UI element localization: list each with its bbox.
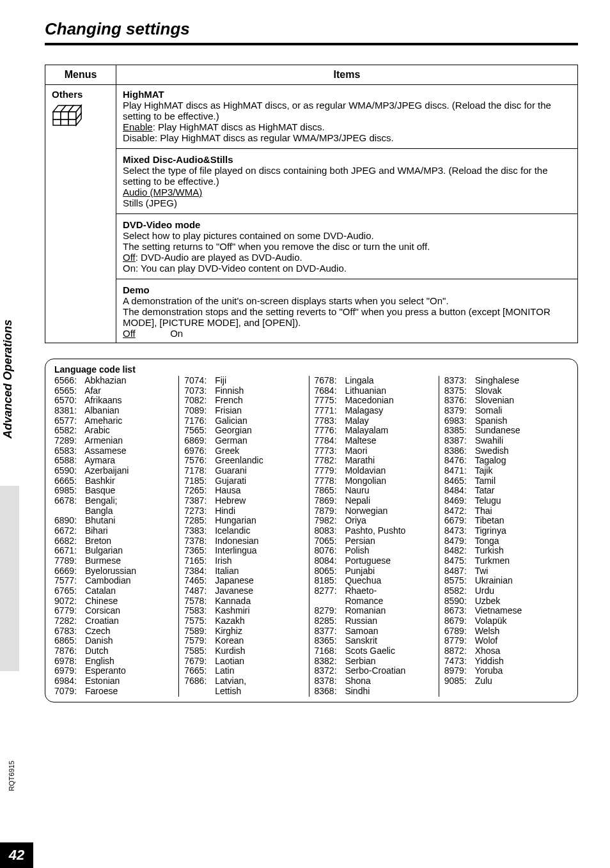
lang-entry: 6588: Aymara — [54, 456, 173, 466]
lang-name: Esperanto — [85, 665, 126, 676]
lang-entry: 8368: Sindhi — [315, 686, 434, 697]
demo-section: Demo A demonstration of the unit's on-sc… — [123, 284, 571, 339]
highmat-title: HighMAT — [123, 89, 164, 100]
lang-name: Cambodian — [85, 575, 131, 585]
lang-entry: 7282: Croatian — [54, 616, 173, 626]
lang-name: Hungarian — [215, 515, 256, 525]
lang-name: Burmese — [85, 555, 121, 566]
demo-title: Demo — [123, 284, 150, 295]
lang-code: 7577: — [54, 576, 82, 586]
lang-code: 8387: — [444, 436, 473, 446]
menus-label: Others — [52, 89, 109, 100]
lang-entry: 6570: Afrikaans — [54, 396, 173, 406]
lang-name: Galician — [215, 415, 247, 426]
dvd-title: DVD-Video mode — [123, 219, 200, 230]
lang-name: Maltese — [345, 435, 376, 446]
lang-name: Rhaeto- — [345, 585, 377, 596]
lang-entry: 7265: Hausa — [184, 486, 303, 496]
lang-code: 8368: — [315, 686, 343, 697]
lang-code: 8484: — [444, 486, 473, 496]
lang-name: Romance — [345, 596, 383, 606]
lang-name: Slovenian — [475, 395, 515, 405]
lang-code: 8373: — [444, 376, 473, 386]
lang-code: 8365: — [315, 636, 343, 646]
lang-entry: 7982: Oriya — [315, 516, 434, 526]
lang-name: Thai — [474, 506, 492, 516]
lang-name: Bengali; — [85, 495, 118, 506]
lang-name: Vietnamese — [475, 605, 522, 616]
lang-name: Sanskrit — [345, 635, 377, 646]
lang-entry: 8471: Tajik — [444, 466, 563, 476]
lang-code: 8381: — [54, 406, 82, 416]
lang-entry: 8083: Pashto, Pushto — [315, 526, 434, 536]
lang-entry: 7165: Irish — [184, 556, 303, 566]
lang-code: 7285: — [184, 516, 212, 526]
lang-entry: 6765: Catalan — [54, 586, 173, 596]
lang-entry: 6679: Tibetan — [444, 516, 563, 526]
lang-code: 7876: — [54, 646, 82, 656]
lang-code: 8185: — [315, 576, 343, 586]
lang-code: 7168: — [315, 646, 343, 656]
lang-entry: 9085: Zulu — [444, 676, 563, 686]
lang-code: 8473: — [444, 526, 473, 536]
lang-name: Tatar — [474, 485, 494, 495]
lang-entry: 7865: Nauru — [315, 486, 434, 496]
lang-entry: 6582: Arabic — [54, 426, 173, 436]
lang-name: Gujarati — [215, 476, 246, 486]
lang-code: 8673: — [444, 606, 473, 616]
lang-entry: 7665: Latin — [184, 666, 303, 676]
lang-name: Malayalam — [345, 425, 388, 435]
lang-entry: 6672: Bihari — [54, 526, 173, 536]
lang-name: Scots Gaelic — [345, 646, 395, 656]
dvd-on-text: On: You can play DVD-Video content on DV… — [123, 263, 347, 274]
lang-entry: 7879: Norwegian — [315, 506, 434, 516]
lang-code: 8582: — [444, 586, 473, 596]
lang-name: Laotian — [215, 656, 244, 666]
mixed-title: Mixed Disc-Audio&Stills — [123, 154, 233, 165]
lang-name: Assamese — [84, 446, 126, 456]
lang-code: 6682: — [54, 536, 82, 546]
lang-entry: 8590: Uzbek — [444, 596, 563, 607]
lang-code: 8277: — [315, 586, 343, 596]
lang-entry: 6779: Corsican — [54, 606, 173, 616]
lang-entry: 6671: Bulgarian — [54, 546, 173, 556]
lang-entry: 7776: Malayalam — [315, 426, 434, 436]
lang-code: 6678: — [54, 496, 82, 506]
lang-code: 8476: — [444, 456, 473, 466]
lang-code: 6869: — [184, 436, 212, 446]
lang-name: Dutch — [85, 646, 109, 656]
lang-entry: 7684: Lithuanian — [315, 386, 434, 396]
lang-code: 6583: — [54, 446, 82, 456]
cube-icon — [52, 104, 82, 127]
lang-entry: 7876: Dutch — [54, 646, 173, 656]
lang-name: Bashkir — [85, 476, 115, 486]
lang-entry: 7074: Fiji — [184, 376, 303, 386]
lang-entry: 6983: Spanish — [444, 416, 563, 426]
lang-name: Kazakh — [215, 616, 245, 626]
lang-name: Tajik — [474, 465, 492, 476]
lang-entry: 6583: Assamese — [54, 446, 173, 456]
lang-name: Interlingua — [215, 545, 256, 555]
lang-code: 7073: — [184, 386, 212, 396]
lang-code: 7265: — [184, 486, 212, 496]
lang-code: 7165: — [184, 556, 212, 566]
lang-entry: 7082: French — [184, 396, 303, 406]
lang-name: Sundanese — [475, 425, 520, 435]
lang-entry: 7073: Finnish — [184, 386, 303, 396]
lang-code: 7487: — [184, 586, 212, 596]
lang-code: 7783: — [315, 416, 343, 426]
lang-code: 6978: — [54, 656, 82, 667]
highmat-enable-label: Enable — [123, 121, 153, 132]
lang-name: Abkhazian — [84, 375, 126, 385]
lang-entry: 6577: Ameharic — [54, 416, 173, 426]
lang-name: Turkish — [474, 545, 503, 555]
lang-entry: 6869: German — [184, 436, 303, 446]
lang-entry: 7289: Armenian — [54, 436, 173, 446]
lang-name: Wolof — [475, 635, 498, 646]
lang-entry: 6682: Breton — [54, 536, 173, 546]
lang-entry: 8479: Tonga — [444, 536, 563, 546]
lang-code: 8979: — [444, 666, 473, 676]
lang-code: 8575: — [444, 576, 473, 586]
lang-name: Albanian — [84, 405, 120, 415]
lang-code: 6566: — [54, 376, 82, 386]
